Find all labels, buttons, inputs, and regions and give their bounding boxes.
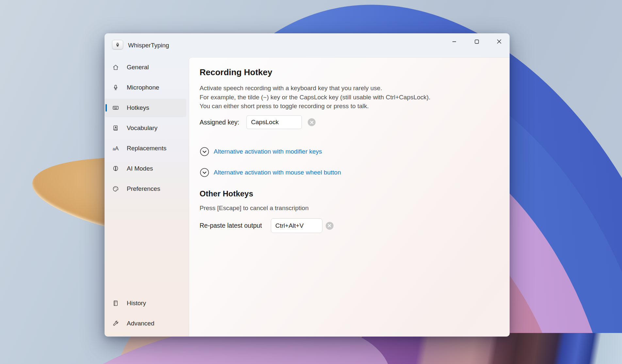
sidebar-item-replacements[interactable]: aA Replacements: [105, 139, 186, 157]
wrench-icon: [112, 320, 119, 327]
sidebar-nav: General Microphone Hotkeys Vocabulary aA…: [105, 58, 189, 200]
escape-hint-text: Press [Escape] to cancel a transcription: [200, 205, 309, 212]
sidebar-item-advanced[interactable]: Advanced: [105, 314, 186, 333]
x-icon: [328, 224, 331, 227]
maximize-button[interactable]: [469, 37, 484, 46]
notebook-icon: [112, 300, 119, 307]
hotkeys-settings-panel: Recording Hotkey Activate speech recordi…: [189, 57, 510, 337]
home-icon: [112, 64, 119, 71]
text-replace-icon: aA: [112, 145, 119, 152]
other-hotkeys-heading: Other Hotkeys: [200, 189, 253, 198]
keyboard-icon: [112, 104, 119, 111]
recording-hotkey-description: Activate speech recording with a keyboar…: [200, 84, 430, 111]
sidebar-footer-nav: History Advanced: [105, 294, 189, 335]
sidebar-item-label: Advanced: [127, 320, 155, 327]
minimize-icon: [452, 40, 456, 44]
sidebar-item-history[interactable]: History: [105, 294, 186, 312]
sidebar-item-label: Hotkeys: [127, 104, 149, 111]
repaste-hotkey-row: Re-paste latest output: [200, 218, 334, 233]
x-icon: [310, 121, 314, 124]
app-title: WhisperTyping: [128, 33, 169, 57]
recording-hotkey-heading: Recording Hotkey: [200, 67, 272, 77]
sidebar-item-label: Vocabulary: [127, 124, 157, 132]
sidebar-item-hotkeys[interactable]: Hotkeys: [105, 99, 186, 117]
sidebar-item-label: History: [127, 300, 146, 307]
dictionary-icon: [112, 124, 119, 132]
whispertyping-window: WhisperTyping General Microphone: [105, 33, 510, 337]
close-icon: [497, 39, 501, 44]
brain-icon: [112, 165, 119, 172]
microphone-icon: [112, 84, 119, 91]
assigned-key-row: Assigned key:: [200, 115, 316, 129]
chevron-down-circle-icon: [200, 147, 209, 157]
sidebar-item-microphone[interactable]: Microphone: [105, 78, 186, 97]
sidebar-item-label: General: [127, 64, 149, 71]
alt-activation-modifier-keys-link[interactable]: Alternative activation with modifier key…: [214, 148, 322, 155]
repaste-hotkey-input[interactable]: [271, 218, 322, 233]
alt-activation-modifier-keys-toggle[interactable]: Alternative activation with modifier key…: [200, 146, 322, 157]
microphone-icon: [115, 42, 120, 48]
assigned-key-label: Assigned key:: [200, 119, 239, 126]
minimize-button[interactable]: [447, 37, 461, 46]
sidebar-item-label: Replacements: [127, 145, 166, 152]
sidebar-item-label: Microphone: [127, 84, 159, 91]
clear-repaste-button[interactable]: [326, 222, 334, 230]
palette-icon: [112, 185, 119, 192]
sidebar-item-preferences[interactable]: Preferences: [105, 180, 186, 198]
clear-assigned-key-button[interactable]: [308, 118, 316, 126]
app-icon: [112, 40, 123, 49]
desktop: { "window": { "app_title": "WhisperTypin…: [0, 0, 622, 364]
window-controls: [447, 37, 506, 46]
sidebar-item-general[interactable]: General: [105, 58, 186, 76]
repaste-label: Re-paste latest output: [200, 222, 262, 229]
chevron-down-circle-icon: [200, 168, 209, 177]
sidebar-item-vocabulary[interactable]: Vocabulary: [105, 119, 186, 137]
close-button[interactable]: [492, 37, 506, 46]
sidebar-item-ai-modes[interactable]: AI Modes: [105, 159, 186, 178]
sidebar-item-label: AI Modes: [127, 165, 153, 172]
maximize-icon: [475, 40, 479, 44]
alt-activation-mouse-wheel-toggle[interactable]: Alternative activation with mouse wheel …: [200, 167, 341, 178]
alt-activation-mouse-wheel-link[interactable]: Alternative activation with mouse wheel …: [214, 169, 341, 176]
assigned-key-input[interactable]: [246, 115, 302, 129]
titlebar[interactable]: WhisperTyping: [105, 33, 510, 57]
sidebar-item-label: Preferences: [127, 185, 160, 192]
